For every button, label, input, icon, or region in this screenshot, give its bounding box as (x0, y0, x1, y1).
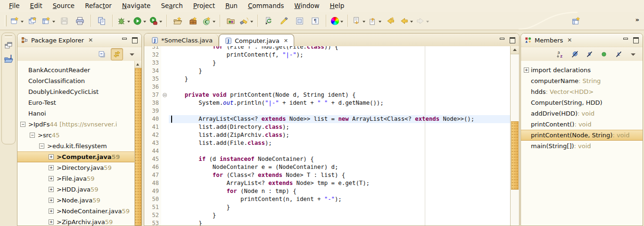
editor-scroll-up-arrow-icon[interactable] (511, 46, 519, 54)
tree-item-doublylinkedcycliclist[interactable]: DoublyLinkedCyclicList (17, 86, 135, 97)
scroll-up-arrow-icon[interactable] (135, 61, 141, 68)
tree-item-nodecontainer-java[interactable]: +J> NodeContainer.java 59 (17, 206, 135, 217)
tree-item-node-java[interactable]: +J> Node.java 59 (17, 195, 135, 206)
menu-commands[interactable]: Commands (243, 0, 289, 12)
hide-local-button[interactable]: L (613, 49, 624, 60)
fast-view-handle[interactable] (5, 35, 12, 37)
editor-tab-someclass-java[interactable]: J*SomeClass.java (146, 34, 219, 46)
member-item-main-string[interactable]: Smain(String[]) : void (521, 141, 643, 151)
highlighter-button[interactable] (276, 14, 292, 28)
run-dropdown-arrow-icon[interactable] (143, 21, 146, 24)
tree-item-bankaccountreader[interactable]: BankAccountReader (17, 65, 135, 75)
menu-run[interactable]: Run (220, 0, 243, 12)
java-browsing-button[interactable]: J (3, 53, 14, 65)
members-maximize-button[interactable] (633, 37, 639, 43)
members-close-icon[interactable]: ✕ (567, 37, 572, 43)
member-item-computer-string-hdd[interactable]: cComputer(String, HDD) (521, 97, 643, 108)
tree-item-euro-test[interactable]: Euro-Test (17, 97, 135, 108)
editor-scrollbar-thumb[interactable] (511, 121, 519, 190)
collapse-all-button[interactable] (96, 49, 107, 60)
show-selected-element-button[interactable] (292, 14, 307, 28)
member-item-printcontent-node-string[interactable]: printContent(Node, String) : void (521, 130, 643, 141)
previous-annotation-dropdown-arrow-icon[interactable] (379, 21, 381, 24)
color-palette-button[interactable] (329, 14, 345, 28)
tree-expander[interactable]: + (49, 219, 54, 225)
hide-fields-button[interactable] (569, 49, 580, 60)
line-number-ruler[interactable]: 3132333435363738394041424344454647484950… (144, 46, 161, 226)
show-public-button[interactable] (598, 49, 610, 60)
tree-expander[interactable]: − (39, 143, 44, 149)
new-java-project-button[interactable] (170, 14, 185, 28)
debug-button[interactable] (116, 14, 132, 28)
external-tools-dropdown-arrow-icon[interactable] (159, 21, 162, 24)
editor-minimize-button[interactable] (500, 37, 504, 42)
run-button[interactable] (132, 14, 148, 28)
new-button[interactable] (9, 14, 25, 28)
copy-editor-button[interactable] (94, 14, 109, 28)
menu-file[interactable]: File (4, 0, 25, 12)
tree-expander[interactable]: + (49, 154, 54, 159)
menu-refactor[interactable]: Refactor (80, 0, 117, 12)
view-menu-button[interactable] (126, 49, 138, 60)
package-explorer-minimize-button[interactable] (122, 37, 127, 42)
new-package-button[interactable] (185, 14, 201, 28)
code-text-area[interactable]: for (File f : hdd.get(File.class)) { pri… (171, 46, 511, 226)
color-palette-dropdown-arrow-icon[interactable] (340, 21, 343, 24)
members-minimize-button[interactable] (623, 37, 628, 42)
next-annotation-dropdown-arrow-icon[interactable] (363, 21, 365, 24)
member-item-computername[interactable]: computerName : String (521, 75, 643, 86)
search-dropdown-arrow-icon[interactable] (250, 21, 253, 24)
tree-expander[interactable]: + (49, 198, 54, 203)
member-item-printcontent[interactable]: printContent() : void (521, 119, 643, 130)
forward-dropdown-arrow-icon[interactable] (426, 21, 429, 24)
editor-tab-computer-java[interactable]: JComputer.java✕ (219, 34, 294, 47)
new-editor-button[interactable] (25, 14, 41, 28)
member-expander[interactable]: + (524, 67, 529, 73)
link-with-editor-button[interactable] (111, 48, 123, 60)
tree-item-ziparchiv-java[interactable]: +J> ZipArchiv.java 59 (17, 217, 135, 226)
members-list[interactable]: +import declarationscomputerName : Strin… (521, 61, 643, 226)
back-dropdown-arrow-icon[interactable] (410, 21, 413, 24)
tree-expander[interactable]: + (49, 165, 54, 170)
restore-view-button[interactable] (3, 39, 14, 51)
tree-item-hdd-java[interactable]: +J> HDD.java 59 (17, 184, 135, 195)
editor-maximize-button[interactable] (510, 37, 515, 43)
previous-annotation-button[interactable] (367, 14, 383, 28)
tree-item-file-java[interactable]: +J> File.java 59 (17, 173, 135, 184)
debug-dropdown-arrow-icon[interactable] (127, 21, 130, 24)
open-type-button[interactable] (223, 14, 239, 28)
tree-item-colorclassification[interactable]: ColorClassification (17, 75, 135, 86)
tree-expander[interactable]: + (49, 209, 54, 214)
menu-window[interactable]: Window (289, 0, 324, 12)
toolbar-overflow-chevron[interactable]: » (636, 16, 639, 23)
view-menu-button[interactable] (627, 49, 639, 60)
member-item-hdds[interactable]: hdds : Vector<HDD> (521, 86, 643, 97)
new-class-dropdown-arrow-icon[interactable] (213, 21, 215, 24)
tree-item-hanoi[interactable]: Hanoi (17, 108, 135, 119)
tree-expander[interactable]: − (30, 133, 35, 138)
tree-item-edu-kit-filesystem[interactable]: −> edu.kit.filesystem (17, 141, 135, 151)
print-button[interactable] (72, 14, 88, 28)
tree-item-ipdfs[interactable]: −J> IpdFs 44 [https://svnserver.i (17, 119, 135, 130)
new-view-dropdown-arrow-icon[interactable] (52, 21, 55, 24)
open-perspective-button[interactable] (569, 14, 584, 28)
tree-item-directory-java[interactable]: +J> Directory.java 59 (17, 162, 135, 173)
show-whitespace-button[interactable]: ¶ (307, 14, 323, 28)
editor-tab-close-icon[interactable]: ✕ (284, 38, 288, 44)
new-view-button[interactable] (41, 14, 57, 28)
menu-search[interactable]: Search (156, 0, 188, 12)
back-button[interactable] (398, 14, 414, 28)
tree-item-src[interactable]: −> src 45 (17, 130, 135, 141)
sort-button[interactable]: az (554, 49, 566, 60)
external-tools-button[interactable] (148, 14, 164, 28)
new-dropdown-arrow-icon[interactable] (21, 21, 24, 24)
package-explorer-maximize-button[interactable] (132, 37, 138, 43)
tree-expander[interactable]: − (20, 122, 25, 127)
fold-collapse-icon[interactable] (163, 93, 167, 97)
package-explorer-scrollbar-thumb[interactable] (135, 68, 141, 226)
package-explorer-close-icon[interactable]: ✕ (88, 37, 93, 43)
next-annotation-button[interactable] (351, 14, 367, 28)
menu-help[interactable]: Help (325, 0, 350, 12)
last-edit-location-button[interactable] (383, 14, 398, 28)
menu-edit[interactable]: Edit (25, 0, 48, 12)
